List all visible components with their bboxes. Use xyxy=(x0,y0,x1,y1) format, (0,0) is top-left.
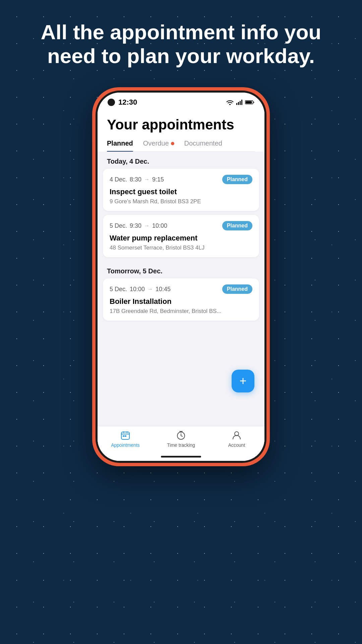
nav-item-appointments[interactable]: Appointments xyxy=(98,430,153,448)
headline-line1: All the appointment info you xyxy=(27,20,335,44)
bottom-nav: Appointments Time tracking xyxy=(98,426,264,454)
svg-rect-10 xyxy=(125,435,126,437)
page-header: Your appointments Planned Overdue Docume… xyxy=(98,110,264,152)
svg-rect-5 xyxy=(246,101,252,104)
tab-overdue[interactable]: Overdue xyxy=(143,140,174,151)
appointment-address: 9 Gore's Marsh Rd, Bristol BS3 2PE xyxy=(110,198,252,205)
phone-inner: 12:30 xyxy=(96,91,266,463)
nav-item-time-tracking[interactable]: Time tracking xyxy=(153,430,209,448)
home-indicator xyxy=(161,456,201,458)
account-icon xyxy=(232,430,242,440)
tab-planned[interactable]: Planned xyxy=(107,140,133,151)
camera-dot xyxy=(108,99,115,106)
arrow-icon: → xyxy=(144,176,149,182)
appointment-card[interactable]: 5 Dec. 10:00 → 10:45 Planned Boiler Inst… xyxy=(103,278,259,321)
status-time: 12:30 xyxy=(118,98,137,107)
app-content: Your appointments Planned Overdue Docume… xyxy=(98,110,264,461)
appointment-card[interactable]: 4 Dec. 8:30 → 9:15 Planned Inspect guest… xyxy=(103,169,259,211)
svg-rect-9 xyxy=(123,435,124,437)
appointment-title: Boiler Installation xyxy=(110,297,252,306)
arrow-icon: → xyxy=(144,223,149,229)
signal-icon xyxy=(236,100,242,105)
overdue-dot xyxy=(171,142,174,145)
svg-rect-1 xyxy=(238,102,239,105)
status-badge: Planned xyxy=(222,221,252,230)
status-icons xyxy=(226,100,254,105)
appointment-address: 48 Somerset Terrace, Bristol BS3 4LJ xyxy=(110,245,252,251)
appointment-title: Water pump replacement xyxy=(110,234,252,243)
arrow-icon: → xyxy=(147,286,153,292)
svg-rect-2 xyxy=(240,101,241,105)
svg-rect-3 xyxy=(241,100,242,105)
svg-rect-7 xyxy=(123,431,124,433)
status-badge: Planned xyxy=(222,175,252,184)
home-indicator-bar xyxy=(98,454,264,461)
headline-line2: need to plan your workday. xyxy=(27,44,335,68)
appointment-card[interactable]: 5 Dec. 9:30 → 10:00 Planned Water pump r… xyxy=(103,215,259,257)
phone-screen: 12:30 xyxy=(98,93,264,461)
status-bar: 12:30 xyxy=(98,93,264,110)
card-time: 5 Dec. 10:00 → 10:45 xyxy=(110,286,171,293)
nav-label-account: Account xyxy=(228,442,245,448)
nav-label-appointments: Appointments xyxy=(111,442,140,448)
time-tracking-icon xyxy=(176,430,186,440)
section-header-tomorrow: Tomorrow, 5 Dec. xyxy=(98,261,264,278)
tab-documented[interactable]: Documented xyxy=(184,140,222,151)
card-time: 5 Dec. 9:30 → 10:00 xyxy=(110,222,167,229)
svg-rect-8 xyxy=(127,431,127,433)
plus-icon: + xyxy=(239,375,246,387)
card-time: 4 Dec. 8:30 → 9:15 xyxy=(110,176,164,183)
appointment-title: Inspect guest toilet xyxy=(110,187,252,196)
status-badge: Planned xyxy=(222,284,252,294)
section-header-today: Today, 4 Dec. xyxy=(98,152,264,169)
phone-shell: 12:30 xyxy=(92,87,270,466)
appointments-scroll[interactable]: Today, 4 Dec. 4 Dec. 8:30 → 9:15 xyxy=(98,152,264,426)
appointment-address: 17B Greendale Rd, Bedminster, Bristol BS… xyxy=(110,308,252,315)
appointments-icon xyxy=(120,430,130,440)
headline: All the appointment info you need to pla… xyxy=(0,20,362,68)
add-appointment-button[interactable]: + xyxy=(232,370,254,392)
nav-item-account[interactable]: Account xyxy=(209,430,264,448)
wifi-icon xyxy=(226,100,234,105)
nav-label-time-tracking: Time tracking xyxy=(167,442,195,448)
svg-rect-0 xyxy=(236,103,237,105)
page-title: Your appointments xyxy=(107,117,255,133)
battery-icon xyxy=(245,100,254,105)
tabs-bar: Planned Overdue Documented xyxy=(107,140,255,152)
